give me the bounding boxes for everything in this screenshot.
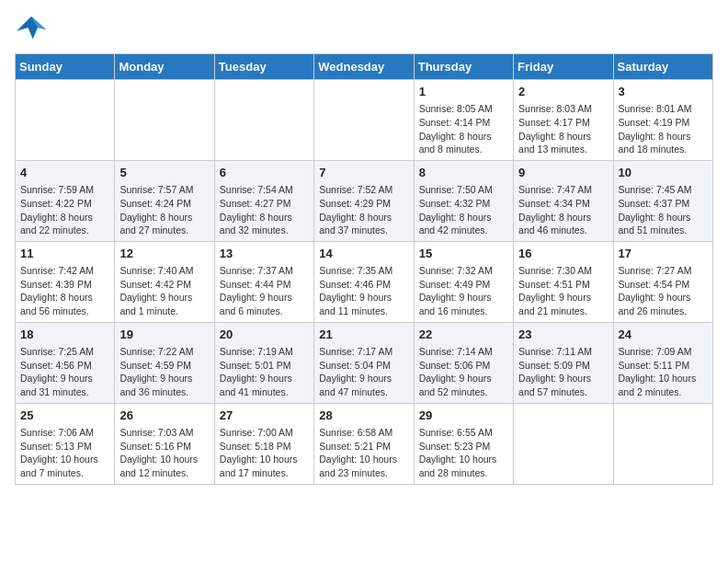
day-number: 26	[119, 408, 209, 424]
calendar-cell: 23Sunrise: 7:11 AM Sunset: 5:09 PM Dayli…	[514, 322, 613, 403]
cell-info: Sunrise: 7:06 AM Sunset: 5:13 PM Dayligh…	[20, 426, 109, 480]
day-number: 21	[319, 327, 408, 343]
calendar-cell: 18Sunrise: 7:25 AM Sunset: 4:56 PM Dayli…	[16, 322, 115, 403]
calendar-cell: 16Sunrise: 7:30 AM Sunset: 4:51 PM Dayli…	[514, 241, 613, 322]
day-number: 4	[20, 165, 109, 181]
day-number: 3	[619, 84, 708, 100]
day-number: 5	[119, 165, 209, 181]
calendar-cell: 1Sunrise: 8:05 AM Sunset: 4:14 PM Daylig…	[414, 80, 513, 161]
day-number: 29	[419, 408, 508, 424]
calendar-cell: 8Sunrise: 7:50 AM Sunset: 4:32 PM Daylig…	[414, 160, 513, 241]
calendar-cell: 29Sunrise: 6:55 AM Sunset: 5:23 PM Dayli…	[414, 403, 513, 484]
cell-info: Sunrise: 7:03 AM Sunset: 5:16 PM Dayligh…	[119, 426, 209, 480]
cell-info: Sunrise: 8:05 AM Sunset: 4:14 PM Dayligh…	[419, 102, 508, 156]
calendar-cell: 25Sunrise: 7:06 AM Sunset: 5:13 PM Dayli…	[16, 403, 115, 484]
cell-info: Sunrise: 7:57 AM Sunset: 4:24 PM Dayligh…	[119, 183, 209, 237]
page-header	[15, 15, 713, 42]
day-of-week-header: Tuesday	[214, 54, 313, 80]
calendar-cell: 12Sunrise: 7:40 AM Sunset: 4:42 PM Dayli…	[115, 241, 214, 322]
cell-info: Sunrise: 7:42 AM Sunset: 4:39 PM Dayligh…	[20, 264, 109, 318]
day-number: 27	[220, 408, 309, 424]
calendar-cell	[16, 80, 115, 161]
calendar-cell: 4Sunrise: 7:59 AM Sunset: 4:22 PM Daylig…	[16, 160, 115, 241]
calendar-cell: 22Sunrise: 7:14 AM Sunset: 5:06 PM Dayli…	[414, 322, 513, 403]
cell-info: Sunrise: 7:19 AM Sunset: 5:01 PM Dayligh…	[220, 345, 309, 399]
calendar-cell: 6Sunrise: 7:54 AM Sunset: 4:27 PM Daylig…	[214, 160, 313, 241]
calendar-week-row: 1Sunrise: 8:05 AM Sunset: 4:14 PM Daylig…	[16, 80, 713, 161]
calendar-cell: 10Sunrise: 7:45 AM Sunset: 4:37 PM Dayli…	[613, 160, 712, 241]
day-number: 17	[619, 246, 708, 262]
cell-info: Sunrise: 7:00 AM Sunset: 5:18 PM Dayligh…	[220, 426, 309, 480]
calendar-cell	[514, 403, 613, 484]
calendar-cell	[115, 80, 214, 161]
cell-info: Sunrise: 7:32 AM Sunset: 4:49 PM Dayligh…	[419, 264, 508, 318]
day-number: 24	[619, 327, 708, 343]
calendar-cell: 28Sunrise: 6:58 AM Sunset: 5:21 PM Dayli…	[314, 403, 414, 484]
cell-info: Sunrise: 7:52 AM Sunset: 4:29 PM Dayligh…	[319, 183, 408, 237]
calendar-cell	[214, 80, 313, 161]
cell-info: Sunrise: 7:14 AM Sunset: 5:06 PM Dayligh…	[419, 345, 508, 399]
day-of-week-header: Monday	[115, 54, 214, 80]
cell-info: Sunrise: 7:50 AM Sunset: 4:32 PM Dayligh…	[419, 183, 508, 237]
calendar-cell: 3Sunrise: 8:01 AM Sunset: 4:19 PM Daylig…	[613, 80, 712, 161]
calendar-cell: 11Sunrise: 7:42 AM Sunset: 4:39 PM Dayli…	[16, 241, 115, 322]
logo	[15, 15, 53, 42]
day-number: 18	[20, 327, 109, 343]
calendar-cell: 17Sunrise: 7:27 AM Sunset: 4:54 PM Dayli…	[613, 241, 712, 322]
calendar-cell: 24Sunrise: 7:09 AM Sunset: 5:11 PM Dayli…	[613, 322, 712, 403]
cell-info: Sunrise: 7:47 AM Sunset: 4:34 PM Dayligh…	[518, 183, 608, 237]
cell-info: Sunrise: 7:54 AM Sunset: 4:27 PM Dayligh…	[220, 183, 309, 237]
day-number: 28	[319, 408, 408, 424]
day-of-week-header: Wednesday	[314, 54, 414, 80]
calendar-cell: 14Sunrise: 7:35 AM Sunset: 4:46 PM Dayli…	[314, 241, 414, 322]
calendar-table: SundayMondayTuesdayWednesdayThursdayFrid…	[15, 53, 713, 485]
calendar-cell: 20Sunrise: 7:19 AM Sunset: 5:01 PM Dayli…	[214, 322, 313, 403]
cell-info: Sunrise: 7:11 AM Sunset: 5:09 PM Dayligh…	[518, 345, 608, 399]
cell-info: Sunrise: 8:01 AM Sunset: 4:19 PM Dayligh…	[619, 102, 708, 156]
calendar-week-row: 18Sunrise: 7:25 AM Sunset: 4:56 PM Dayli…	[16, 322, 713, 403]
day-number: 8	[419, 165, 508, 181]
cell-info: Sunrise: 7:22 AM Sunset: 4:59 PM Dayligh…	[119, 345, 209, 399]
calendar-cell: 7Sunrise: 7:52 AM Sunset: 4:29 PM Daylig…	[314, 160, 414, 241]
day-number: 13	[220, 246, 309, 262]
day-number: 14	[319, 246, 408, 262]
cell-info: Sunrise: 6:58 AM Sunset: 5:21 PM Dayligh…	[319, 426, 408, 480]
calendar-header-row: SundayMondayTuesdayWednesdayThursdayFrid…	[16, 54, 713, 80]
cell-info: Sunrise: 7:45 AM Sunset: 4:37 PM Dayligh…	[619, 183, 708, 237]
day-number: 6	[220, 165, 309, 181]
calendar-week-row: 25Sunrise: 7:06 AM Sunset: 5:13 PM Dayli…	[16, 403, 713, 484]
day-number: 7	[319, 165, 408, 181]
day-number: 16	[518, 246, 608, 262]
cell-info: Sunrise: 7:30 AM Sunset: 4:51 PM Dayligh…	[518, 264, 608, 318]
calendar-cell: 27Sunrise: 7:00 AM Sunset: 5:18 PM Dayli…	[214, 403, 313, 484]
calendar-week-row: 11Sunrise: 7:42 AM Sunset: 4:39 PM Dayli…	[16, 241, 713, 322]
day-number: 12	[119, 246, 209, 262]
calendar-cell: 5Sunrise: 7:57 AM Sunset: 4:24 PM Daylig…	[115, 160, 214, 241]
calendar-cell: 19Sunrise: 7:22 AM Sunset: 4:59 PM Dayli…	[115, 322, 214, 403]
cell-info: Sunrise: 7:09 AM Sunset: 5:11 PM Dayligh…	[619, 345, 708, 399]
calendar-cell	[314, 80, 414, 161]
logo-icon	[15, 15, 48, 42]
day-number: 2	[518, 84, 608, 100]
cell-info: Sunrise: 7:27 AM Sunset: 4:54 PM Dayligh…	[619, 264, 708, 318]
cell-info: Sunrise: 7:59 AM Sunset: 4:22 PM Dayligh…	[20, 183, 109, 237]
day-of-week-header: Thursday	[414, 54, 513, 80]
day-number: 15	[419, 246, 508, 262]
calendar-cell	[613, 403, 712, 484]
cell-info: Sunrise: 7:25 AM Sunset: 4:56 PM Dayligh…	[20, 345, 109, 399]
day-number: 9	[518, 165, 608, 181]
day-number: 19	[119, 327, 209, 343]
calendar-cell: 15Sunrise: 7:32 AM Sunset: 4:49 PM Dayli…	[414, 241, 513, 322]
calendar-cell: 21Sunrise: 7:17 AM Sunset: 5:04 PM Dayli…	[314, 322, 414, 403]
cell-info: Sunrise: 7:37 AM Sunset: 4:44 PM Dayligh…	[220, 264, 309, 318]
calendar-cell: 13Sunrise: 7:37 AM Sunset: 4:44 PM Dayli…	[214, 241, 313, 322]
cell-info: Sunrise: 8:03 AM Sunset: 4:17 PM Dayligh…	[518, 102, 608, 156]
calendar-cell: 2Sunrise: 8:03 AM Sunset: 4:17 PM Daylig…	[514, 80, 613, 161]
day-number: 11	[20, 246, 109, 262]
calendar-cell: 26Sunrise: 7:03 AM Sunset: 5:16 PM Dayli…	[115, 403, 214, 484]
cell-info: Sunrise: 7:17 AM Sunset: 5:04 PM Dayligh…	[319, 345, 408, 399]
day-number: 20	[220, 327, 309, 343]
day-number: 10	[619, 165, 708, 181]
cell-info: Sunrise: 6:55 AM Sunset: 5:23 PM Dayligh…	[419, 426, 508, 480]
cell-info: Sunrise: 7:35 AM Sunset: 4:46 PM Dayligh…	[319, 264, 408, 318]
